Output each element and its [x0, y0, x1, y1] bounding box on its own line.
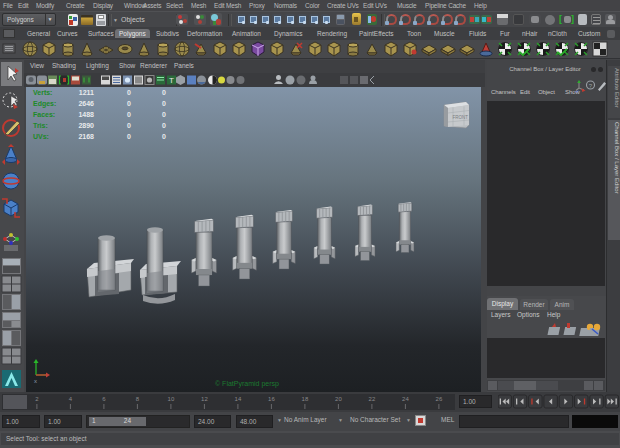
svg-text:x: x	[34, 378, 37, 384]
svg-text:© FlatPyramid persp: © FlatPyramid persp	[215, 380, 279, 388]
svg-text:6: 6	[102, 396, 106, 402]
svg-text:FRONT: FRONT	[453, 115, 469, 120]
svg-text:24: 24	[402, 396, 409, 402]
svg-text:14: 14	[235, 396, 242, 402]
svg-text:T: T	[169, 76, 174, 85]
svg-text:4: 4	[69, 396, 73, 402]
svg-text:?: ?	[589, 83, 593, 89]
svg-text:18: 18	[302, 396, 309, 402]
svg-text:26: 26	[436, 396, 443, 402]
svg-text:10: 10	[168, 396, 175, 402]
svg-text:20: 20	[335, 396, 342, 402]
svg-text:22: 22	[369, 396, 376, 402]
svg-text:12: 12	[201, 396, 208, 402]
svg-text:8: 8	[136, 396, 140, 402]
svg-text:2: 2	[35, 396, 39, 402]
svg-text:16: 16	[268, 396, 275, 402]
